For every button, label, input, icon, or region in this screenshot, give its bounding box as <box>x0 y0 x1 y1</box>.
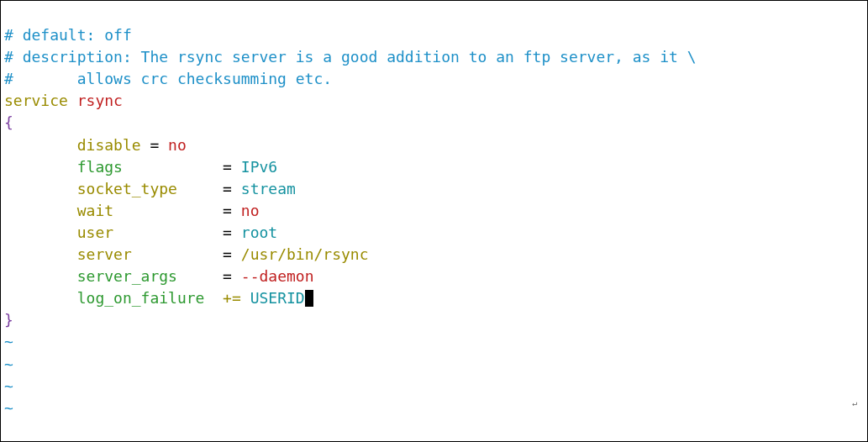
param-server: server <box>77 245 132 263</box>
vim-tilde: ~ <box>4 355 13 373</box>
param-disable: disable <box>77 136 141 154</box>
comment-line: # description: The rsync server is a goo… <box>4 48 697 66</box>
param-flags: flags <box>77 158 123 176</box>
vim-tilde: ~ <box>4 399 13 417</box>
value-socket-type: stream <box>241 180 296 197</box>
param-server-args: server_args <box>77 267 177 285</box>
vim-tilde: ~ <box>4 377 13 395</box>
comment-line: # allows crc checksumming etc. <box>4 70 332 87</box>
value-flags: IPv6 <box>241 158 277 176</box>
param-user: user <box>77 224 113 241</box>
param-log-on-failure: log_on_failure <box>77 289 205 307</box>
param-socket-type: socket_type <box>77 180 177 197</box>
service-name: rsync <box>77 92 123 109</box>
param-wait: wait <box>77 202 113 219</box>
equals-sign: = <box>223 245 232 263</box>
equals-sign: = <box>223 158 232 176</box>
comment-line: # default: off <box>4 26 132 44</box>
brace-open: { <box>4 113 13 131</box>
service-keyword: service <box>4 92 68 109</box>
equals-sign: = <box>223 180 232 197</box>
value-log-on-failure: USERID <box>250 289 305 307</box>
line-break-symbol: ↵ <box>852 397 857 410</box>
equals-sign: = <box>223 267 232 285</box>
terminal-window: # default: off # description: The rsync … <box>0 0 868 442</box>
value-server: /usr/bin/rsync <box>241 245 369 263</box>
editor-cursor <box>305 290 313 307</box>
plus-equals-sign: += <box>223 289 241 307</box>
vim-tilde: ~ <box>4 333 13 350</box>
editor-content[interactable]: # default: off # description: The rsync … <box>4 24 864 419</box>
brace-close: } <box>4 311 13 329</box>
equals-sign: = <box>150 136 159 154</box>
equals-sign: = <box>223 202 232 219</box>
value-user: root <box>241 224 277 241</box>
value-wait: no <box>241 202 260 219</box>
equals-sign: = <box>223 224 232 241</box>
value-disable: no <box>168 136 187 154</box>
value-server-args: --daemon <box>241 267 314 285</box>
